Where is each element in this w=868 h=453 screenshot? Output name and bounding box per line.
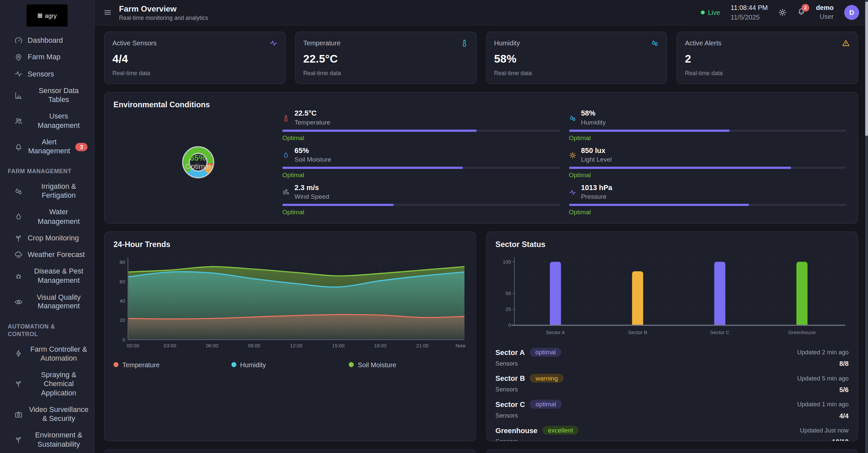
stat-card-caption: Real-time data	[685, 70, 850, 77]
sidebar-item-icon	[14, 117, 23, 125]
logo[interactable]: ▦ agry	[27, 4, 67, 27]
sidebar-item-label: Irrigation & Fertigation	[28, 182, 90, 200]
sidebar-section-farm-management: FARM MANAGEMENT Irrigation & Fertigation…	[0, 160, 94, 314]
metric-progress-fill	[282, 167, 463, 169]
legend-item[interactable]: Soil Moisture	[349, 361, 467, 368]
scrollbar-thumb[interactable]	[865, 2, 868, 136]
sidebar-section-main: Dashboard Farm Map Sensors	[0, 32, 94, 160]
sidebar-item[interactable]: Alert Management 3	[0, 134, 94, 160]
stat-card-caption: Real-time data	[303, 70, 468, 77]
sidebar-item[interactable]: Video Surveillance & Security	[0, 401, 94, 427]
metric-progress-track	[569, 167, 846, 169]
sidebar-item-icon	[14, 298, 23, 306]
sector-sensors-count: 5/6	[840, 386, 849, 394]
metric-label: Wind Speed	[294, 193, 330, 200]
sector-updated: Updated 2 min ago	[797, 349, 848, 356]
sidebar-item[interactable]: Sensor Data Tables	[0, 83, 94, 108]
metric-icon	[569, 114, 576, 122]
clock-date: 11/5/2025	[731, 12, 768, 22]
theme-toggle-sun-icon[interactable]	[778, 8, 786, 17]
sector-row: Sector B warning Updated 5 min ago Senso…	[496, 374, 849, 394]
sidebar-item[interactable]: Spraying & Chemical Application	[0, 367, 94, 401]
metric-progress-track	[282, 167, 560, 169]
top-bar: Farm Overview Real-time monitoring and a…	[95, 0, 868, 26]
svg-text:0: 0	[508, 322, 511, 328]
sector-name: Sector B	[496, 374, 525, 383]
svg-text:100: 100	[502, 259, 511, 265]
environment-metric: 58% Humidity Optimal	[569, 109, 846, 141]
avatar[interactable]: D	[844, 5, 859, 20]
sidebar-item[interactable]: Crop Monitoring	[0, 230, 94, 247]
metric-progress-track	[569, 129, 846, 132]
svg-text:21:00: 21:00	[416, 343, 429, 349]
trends-title: 24-Hour Trends	[114, 240, 467, 249]
metric-label: Soil Moisture	[294, 156, 331, 163]
stat-card-label: Active Alerts	[685, 39, 721, 47]
sector-status-badge: warning	[530, 374, 563, 383]
sidebar-item[interactable]: Water Management	[0, 204, 94, 230]
sidebar-item-badge: 3	[75, 143, 87, 151]
metric-progress-track	[282, 129, 560, 132]
stat-card-icon	[651, 39, 659, 47]
stat-card-icon	[270, 39, 277, 47]
metric-value: 2.3 m/s	[294, 183, 330, 191]
legend-label: Soil Moisture	[358, 361, 396, 368]
metric-status: Optimal	[282, 134, 560, 141]
svg-text:00:00: 00:00	[127, 343, 140, 349]
sidebar-item-label: Weather Forecast	[28, 250, 85, 259]
sidebar: ▦ agry Dashboard Farm Map	[0, 0, 95, 453]
svg-text:0: 0	[123, 337, 125, 342]
legend-label: Humidity	[240, 361, 266, 368]
sidebar-item[interactable]: Weather Forecast	[0, 246, 94, 263]
trends-area-chart: 02040608000:0003:0006:0009:0012:0015:001…	[114, 254, 467, 352]
trends-legend: Temperature Humidity Soil Moisture	[114, 361, 467, 368]
sidebar-item[interactable]: Irrigation & Fertigation	[0, 178, 94, 204]
sidebar-item-icon	[14, 36, 23, 45]
metric-label: Pressure	[581, 193, 612, 200]
sidebar-item[interactable]: Users Management	[0, 108, 94, 134]
sector-status-panel: Sector Status 02550100Sector ASector BSe…	[486, 232, 858, 442]
sidebar-item[interactable]: Visual Quality Management	[0, 289, 94, 315]
sidebar-item[interactable]: Farm Controller & Automation	[0, 341, 94, 367]
charts-row: 24-Hour Trends 02040608000:0003:0006:000…	[104, 232, 858, 442]
user-block[interactable]: demo User	[816, 4, 834, 21]
sidebar-item[interactable]: Environment & Sustainability	[0, 427, 94, 453]
sidebar-item-icon	[14, 234, 23, 242]
sidebar-nav: Dashboard Farm Map Sensors	[0, 32, 94, 453]
notifications-button[interactable]: 2	[797, 7, 805, 18]
menu-icon[interactable]	[104, 8, 112, 17]
sidebar-item-label: Farm Map	[28, 53, 61, 62]
legend-item[interactable]: Temperature	[114, 361, 231, 368]
sector-list: Sector A optimal Updated 2 min ago Senso…	[496, 348, 849, 442]
legend-item[interactable]: Humidity	[231, 361, 349, 368]
sector-status-badge: optimal	[530, 400, 561, 409]
sidebar-item[interactable]: Sensors	[0, 66, 94, 83]
sidebar-item-label: Sensor Data Tables	[28, 86, 90, 104]
sidebar-item-icon	[14, 213, 23, 221]
sidebar-item[interactable]: Disease & Pest Management	[0, 263, 94, 289]
sidebar-item-label: Dashboard	[28, 36, 63, 45]
sector-row: Greenhouse excellent Updated Just now Se…	[496, 426, 849, 442]
sidebar-item-label: Users Management	[28, 112, 90, 130]
stats-row: Active Sensors 4/4 Real-time data Temper…	[104, 31, 858, 84]
svg-text:40: 40	[120, 298, 125, 304]
scrollbar[interactable]	[865, 0, 868, 453]
sector-status-badge: excellent	[542, 426, 579, 435]
metric-icon	[282, 114, 290, 122]
metric-value: 22.5°C	[294, 109, 330, 117]
stat-card-label: Humidity	[494, 39, 520, 47]
metric-progress-fill	[282, 129, 477, 132]
app-window: ▦ agry Dashboard Farm Map	[0, 0, 868, 453]
environmental-conditions-panel: Environmental Conditions 65% Optimal	[104, 92, 858, 224]
page-subtitle: Real-time monitoring and analytics	[119, 14, 208, 21]
environment-metric: 65% Soil Moisture Optimal	[282, 146, 560, 178]
sector-sensors-label: Sensors	[496, 439, 518, 442]
sidebar-item[interactable]: Dashboard	[0, 32, 94, 49]
sidebar-item[interactable]: Farm Map	[0, 49, 94, 66]
sidebar-item-label: Video Surveillance & Security	[28, 405, 90, 423]
sidebar-item-label: Visual Quality Management	[28, 293, 90, 311]
sector-updated: Updated 1 min ago	[797, 401, 848, 407]
metric-progress-track	[282, 204, 560, 206]
svg-text:80: 80	[120, 259, 125, 265]
stat-card-value: 4/4	[112, 53, 277, 65]
